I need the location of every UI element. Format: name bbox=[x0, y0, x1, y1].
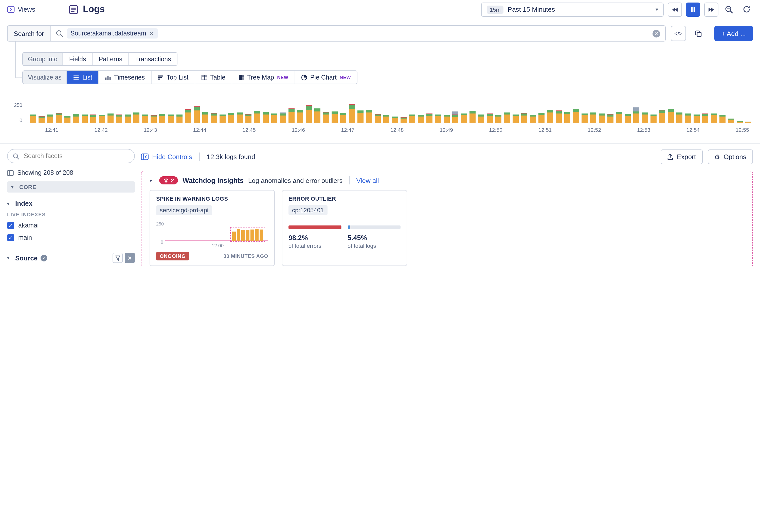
histogram-bar[interactable] bbox=[478, 115, 484, 123]
index-item[interactable]: ✓akamai bbox=[7, 219, 135, 232]
copy-button[interactable] bbox=[691, 26, 706, 41]
checkbox[interactable]: ✓ bbox=[7, 234, 14, 241]
histogram-bar[interactable] bbox=[47, 115, 53, 123]
raw-query-button[interactable]: </> bbox=[671, 26, 686, 41]
group-tab-fields[interactable]: Fields bbox=[63, 53, 93, 66]
histogram-bar[interactable] bbox=[349, 105, 355, 123]
histogram-bar[interactable] bbox=[194, 107, 200, 123]
histogram-bar[interactable] bbox=[401, 117, 406, 123]
core-section-header[interactable]: ▾ CORE bbox=[7, 181, 135, 193]
clear-search-icon[interactable]: ✕ bbox=[652, 30, 660, 37]
histogram-bar[interactable] bbox=[108, 114, 114, 123]
histogram-bar[interactable] bbox=[719, 115, 726, 123]
histogram-bar[interactable] bbox=[82, 114, 88, 123]
histogram-bar[interactable] bbox=[142, 114, 148, 123]
viz-tab-toplist[interactable]: Top List bbox=[151, 71, 195, 84]
histogram-bar[interactable] bbox=[323, 112, 329, 123]
refresh-icon[interactable] bbox=[740, 3, 753, 16]
histogram-bar[interactable] bbox=[702, 113, 708, 123]
histogram-bar[interactable] bbox=[659, 110, 665, 123]
histogram-bar[interactable] bbox=[745, 122, 751, 123]
histogram-bar[interactable] bbox=[426, 113, 433, 123]
histogram-bar[interactable] bbox=[444, 115, 450, 123]
viz-tab-table[interactable]: Table bbox=[195, 71, 232, 84]
histogram-bar[interactable] bbox=[599, 114, 605, 123]
histogram-bar[interactable] bbox=[513, 114, 519, 123]
histogram-bar[interactable] bbox=[297, 110, 303, 123]
histogram-bar[interactable] bbox=[504, 112, 510, 123]
histogram-bar[interactable] bbox=[495, 115, 501, 123]
histogram-bar[interactable] bbox=[56, 113, 62, 123]
histogram-bar[interactable] bbox=[616, 112, 622, 123]
rewind-button[interactable] bbox=[668, 2, 682, 17]
pause-button[interactable] bbox=[686, 2, 700, 17]
histogram-bar[interactable] bbox=[487, 114, 493, 123]
histogram-bar[interactable] bbox=[254, 111, 260, 123]
histogram-bar[interactable] bbox=[418, 115, 424, 123]
histogram-bar[interactable] bbox=[676, 112, 683, 123]
checkbox[interactable]: ✓ bbox=[7, 222, 14, 229]
viz-tab-pie[interactable]: Pie ChartNEW bbox=[295, 71, 357, 84]
histogram-bar[interactable] bbox=[668, 109, 674, 123]
facet-search-input[interactable] bbox=[23, 152, 129, 160]
histogram-bar[interactable] bbox=[168, 114, 174, 123]
histogram-bar[interactable] bbox=[116, 114, 122, 123]
histogram-bar[interactable] bbox=[590, 112, 596, 123]
histogram-bar[interactable] bbox=[737, 121, 743, 123]
histogram-bar[interactable] bbox=[185, 109, 191, 123]
histogram-bar[interactable] bbox=[151, 115, 157, 123]
time-range-select[interactable]: 15m Past 15 Minutes ▾ bbox=[481, 2, 664, 17]
histogram-bar[interactable] bbox=[38, 116, 45, 123]
histogram-bar[interactable] bbox=[73, 114, 79, 123]
histogram-bar[interactable] bbox=[564, 112, 570, 123]
histogram-bar[interactable] bbox=[219, 114, 226, 123]
fast-forward-button[interactable] bbox=[704, 2, 718, 17]
group-tab-transactions[interactable]: Transactions bbox=[129, 53, 177, 66]
histogram-bar[interactable] bbox=[375, 114, 381, 123]
histogram-bar[interactable] bbox=[271, 113, 277, 123]
histogram-bar[interactable] bbox=[650, 114, 657, 123]
histogram-bar[interactable] bbox=[99, 115, 105, 123]
histogram-bar[interactable] bbox=[435, 114, 441, 123]
source-section-header[interactable]: ▾ Source ✓ ✕ bbox=[7, 253, 135, 263]
export-button[interactable]: Export bbox=[661, 149, 702, 164]
histogram-bar[interactable] bbox=[409, 114, 415, 123]
histogram-bar[interactable] bbox=[289, 109, 295, 123]
histogram-bar[interactable] bbox=[633, 108, 639, 123]
histogram-bar[interactable] bbox=[65, 116, 71, 123]
histogram-bar[interactable] bbox=[133, 112, 139, 123]
histogram-bar[interactable] bbox=[392, 116, 398, 123]
histogram-bar[interactable] bbox=[469, 111, 476, 123]
histogram-bar[interactable] bbox=[530, 115, 536, 123]
histogram-bar[interactable] bbox=[547, 110, 553, 123]
histogram-bar[interactable] bbox=[314, 108, 320, 123]
histogram-bar[interactable] bbox=[159, 114, 165, 123]
histogram-bar[interactable] bbox=[642, 112, 648, 123]
histogram-bar[interactable] bbox=[30, 114, 36, 123]
insight-card-spike[interactable]: SPIKE IN WARNING LOGS service:gd-prd-api… bbox=[150, 190, 275, 266]
query-tag[interactable]: Source:akamai.datastream ✕ bbox=[67, 28, 158, 38]
facet-search[interactable] bbox=[7, 149, 135, 163]
histogram-bar[interactable] bbox=[556, 111, 562, 123]
index-section-header[interactable]: ▾ Index bbox=[7, 200, 135, 207]
zoom-out-icon[interactable] bbox=[723, 3, 736, 16]
histogram-bar[interactable] bbox=[685, 113, 691, 123]
histogram-bar[interactable] bbox=[582, 113, 588, 123]
source-filter-button[interactable] bbox=[113, 253, 123, 263]
histogram-bar[interactable] bbox=[693, 114, 700, 123]
histogram-bar[interactable] bbox=[237, 113, 243, 123]
viz-tab-list[interactable]: List bbox=[67, 71, 99, 84]
histogram-bar[interactable] bbox=[383, 115, 389, 123]
search-input[interactable]: Source:akamai.datastream ✕ ✕ bbox=[51, 26, 665, 41]
hide-controls-button[interactable]: Hide Controls bbox=[141, 153, 192, 160]
histogram-bar[interactable] bbox=[90, 114, 96, 123]
chevron-down-icon[interactable]: ▾ bbox=[150, 178, 155, 183]
histogram-bar[interactable] bbox=[306, 106, 312, 123]
viz-tab-treemap[interactable]: Tree MapNEW bbox=[232, 71, 295, 84]
insight-tag[interactable]: cp:1205401 bbox=[289, 205, 327, 215]
histogram-bar[interactable] bbox=[521, 113, 527, 123]
histogram-bar[interactable] bbox=[607, 114, 613, 123]
histogram-bar[interactable] bbox=[332, 111, 338, 123]
histogram-bar[interactable] bbox=[262, 112, 269, 123]
histogram-bar[interactable] bbox=[176, 115, 182, 123]
